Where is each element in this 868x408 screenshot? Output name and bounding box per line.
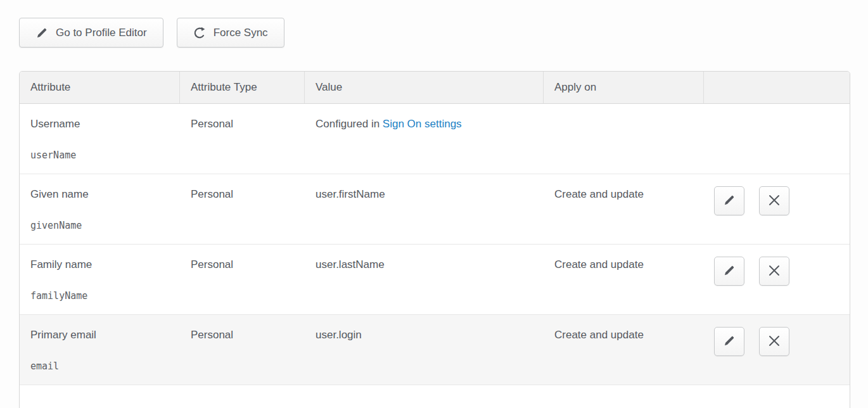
delete-attribute-button[interactable] — [759, 327, 789, 356]
attribute-type-cell: Personal — [180, 104, 305, 174]
value-cell: user.lastName — [305, 245, 544, 314]
apply-on-cell — [544, 104, 704, 174]
pencil-icon — [723, 194, 736, 208]
table-header-row: Attribute Attribute Type Value Apply on — [20, 72, 850, 104]
table-row: Family name familyName Personal user.las… — [20, 245, 850, 315]
row-actions — [704, 245, 850, 314]
value-text: user.lastName — [316, 258, 385, 271]
go-to-profile-editor-button[interactable]: Go to Profile Editor — [19, 18, 163, 48]
pencil-icon — [723, 335, 736, 349]
header-actions — [704, 72, 850, 103]
close-icon — [769, 335, 780, 348]
value-cell: Configured in Sign On settings — [305, 104, 544, 174]
attribute-label: Primary email — [30, 328, 174, 342]
pencil-icon — [723, 264, 736, 279]
value-text: user.login — [316, 329, 362, 341]
value-cell: user.login — [305, 315, 544, 385]
apply-on-cell: Create and update — [544, 174, 704, 244]
table-row: Username userName Personal Configured in… — [20, 104, 850, 174]
attribute-type-cell: Personal — [180, 174, 305, 244]
row-actions — [704, 315, 850, 385]
force-sync-label: Force Sync — [214, 27, 268, 39]
attribute-variable-name: givenName — [30, 220, 174, 233]
table-body: Username userName Personal Configured in… — [20, 104, 850, 385]
attribute-cell: Username userName — [20, 104, 180, 174]
delete-attribute-button[interactable] — [759, 186, 789, 215]
delete-attribute-button[interactable] — [759, 257, 789, 286]
toolbar: Go to Profile Editor Force Sync — [19, 18, 284, 48]
attribute-cell: Given name givenName — [20, 174, 180, 244]
refresh-icon — [193, 27, 206, 39]
value-cell: user.firstName — [305, 174, 544, 244]
row-actions — [704, 174, 850, 244]
attribute-variable-name: userName — [30, 150, 174, 162]
attribute-mappings-table: Attribute Attribute Type Value Apply on … — [19, 71, 850, 408]
header-apply-on: Apply on — [544, 72, 704, 103]
header-value: Value — [305, 72, 544, 103]
attribute-label: Given name — [30, 188, 174, 201]
value-text: Configured in — [316, 118, 383, 130]
value-text: user.firstName — [316, 188, 385, 200]
table-row-partial — [20, 385, 850, 408]
sign-on-settings-link[interactable]: Sign On settings — [383, 118, 462, 130]
apply-on-cell: Create and update — [544, 315, 704, 385]
attribute-label: Username — [30, 117, 174, 131]
edit-attribute-button[interactable] — [714, 327, 744, 356]
edit-attribute-button[interactable] — [714, 257, 744, 286]
force-sync-button[interactable]: Force Sync — [177, 18, 284, 48]
attribute-cell: Primary email email — [20, 315, 180, 385]
header-attribute-type: Attribute Type — [180, 72, 305, 103]
table-row: Given name givenName Personal user.first… — [20, 174, 850, 245]
apply-on-cell: Create and update — [544, 245, 704, 314]
attribute-mappings-page: { "toolbar": { "buttons": [ { "label": "… — [0, 0, 868, 408]
header-attribute: Attribute — [20, 72, 180, 103]
edit-attribute-button[interactable] — [714, 186, 744, 215]
attribute-type-cell: Personal — [180, 245, 305, 314]
attribute-variable-name: email — [30, 360, 174, 373]
attribute-type-cell: Personal — [180, 315, 305, 385]
close-icon — [769, 194, 780, 208]
attribute-variable-name: familyName — [30, 290, 174, 303]
go-to-profile-editor-label: Go to Profile Editor — [56, 27, 147, 39]
close-icon — [769, 265, 780, 278]
attribute-cell: Family name familyName — [20, 245, 180, 314]
pencil-icon — [35, 27, 48, 39]
attribute-label: Family name — [30, 258, 174, 272]
table-row: Primary email email Personal user.login … — [20, 315, 850, 385]
